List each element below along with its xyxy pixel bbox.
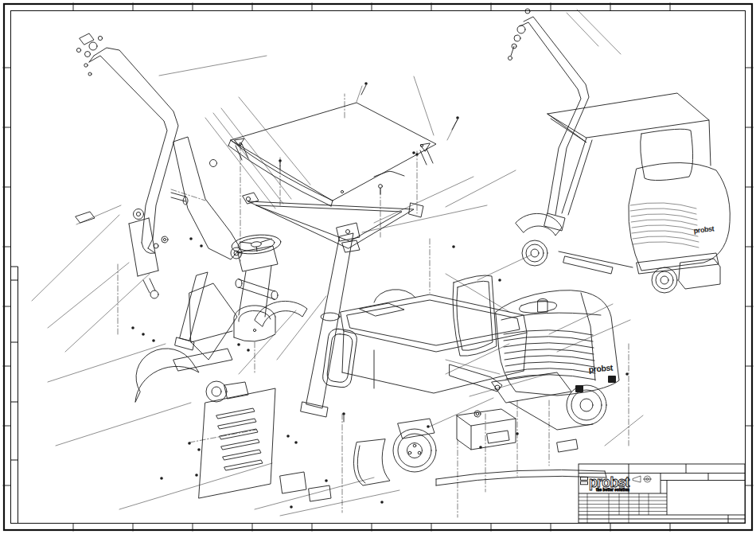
- exploded-view-drawing: probst probst: [0, 0, 756, 534]
- inner-border: [11, 11, 746, 524]
- mast-mount-bracket: [154, 236, 278, 371]
- curved-panel: [353, 439, 390, 485]
- roof-panel: [228, 103, 436, 206]
- fastener-hardware: [131, 82, 629, 509]
- fender-mid: [255, 301, 307, 326]
- cab-window: [641, 129, 693, 180]
- steering-column: [231, 232, 282, 341]
- battery: [457, 409, 516, 450]
- cab-roof: [548, 93, 709, 142]
- bottom-brackets: [280, 472, 331, 501]
- first-angle-projection-icon: [633, 476, 652, 482]
- engine-hood-detail: probst: [496, 290, 619, 396]
- assembled-hood-brand-label: probst: [693, 224, 715, 235]
- leader-lines: [32, 10, 643, 516]
- assembled-hood-louvers: [630, 203, 699, 248]
- machine-exploded-view: probst probst: [32, 9, 730, 517]
- logo-yellow-bar-bottom: [581, 481, 588, 485]
- assembled-hood: [629, 162, 730, 271]
- lifting-mast-exploded: [76, 33, 514, 259]
- sheet-frame: [3, 3, 754, 532]
- front-wheel: [393, 429, 436, 472]
- rops-posts: [175, 223, 360, 417]
- logo-yellow-bar-top: [581, 477, 588, 481]
- left-filing-strip: [11, 267, 18, 523]
- drive-motor: [206, 381, 248, 402]
- rear-axle-assembly: [487, 372, 606, 452]
- title-block: probst the better solution: [579, 464, 745, 523]
- hood-brand-label: probst: [588, 362, 614, 374]
- assembled-machine-view: probst: [509, 9, 731, 293]
- engineering-drawing-sheet: probst probst: [0, 0, 756, 534]
- roof-support-frame: [243, 185, 423, 252]
- logo-tagline: the better solution: [596, 488, 629, 492]
- grid-reference-ticks: [3, 3, 754, 532]
